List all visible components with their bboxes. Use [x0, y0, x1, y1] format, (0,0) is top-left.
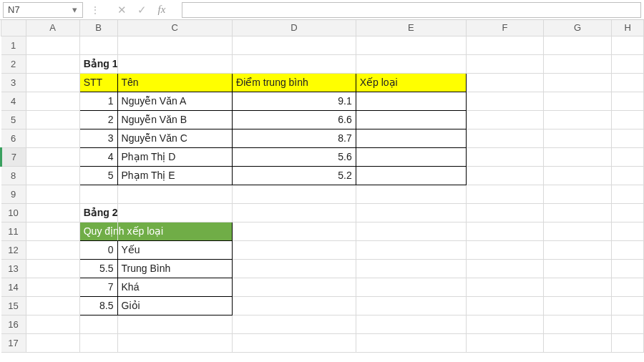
cell[interactable]: 8.5: [79, 296, 117, 315]
formula-bar: N7 ▾ ⋮ ✕ ✓ fx: [0, 0, 644, 20]
cell[interactable]: Nguyễn Văn C: [117, 129, 233, 147]
row-header[interactable]: 13: [1, 259, 26, 278]
grid-row: 11 Quy định xếp loại: [1, 222, 644, 240]
t1-ten: Phạm Thị D: [118, 150, 233, 164]
t1-xl: [356, 118, 466, 121]
t2-label: Giỏi: [118, 298, 233, 313]
row-header[interactable]: 12: [1, 240, 26, 259]
col-header[interactable]: F: [467, 20, 544, 36]
col-header[interactable]: C: [117, 20, 233, 36]
col-header[interactable]: E: [356, 20, 466, 36]
row-header[interactable]: 8: [1, 166, 26, 185]
row-header[interactable]: 6: [1, 129, 26, 147]
cell[interactable]: 5.5: [79, 259, 117, 278]
row-header[interactable]: 11: [1, 222, 26, 240]
accept-icon[interactable]: ✓: [132, 2, 152, 18]
t1-ten: Nguyễn Văn C: [118, 131, 233, 145]
t1-xl: [356, 99, 466, 102]
row-header[interactable]: 4: [1, 92, 26, 110]
formula-input[interactable]: [182, 2, 641, 18]
col-header[interactable]: B: [79, 20, 117, 36]
grid-row: 3 STT Tên Điểm trung bình Xếp loại: [1, 73, 644, 92]
t1-xl: [356, 137, 466, 140]
col-header[interactable]: D: [233, 20, 356, 36]
col-header[interactable]: H: [612, 20, 644, 36]
cell[interactable]: [356, 110, 466, 129]
grid-row: 5 2 Nguyễn Văn B 6.6: [1, 110, 644, 129]
cell[interactable]: 5.6: [233, 147, 356, 166]
grid-row: 1: [1, 36, 644, 54]
row-header[interactable]: 16: [1, 315, 26, 333]
fx-icon[interactable]: fx: [152, 2, 172, 18]
t1-dtb: 5.2: [233, 168, 356, 182]
cell[interactable]: [356, 166, 466, 185]
t1-stt: 2: [80, 112, 117, 127]
t2-val: 0: [80, 243, 117, 257]
grid-row: 6 3 Nguyễn Văn C 8.7: [1, 129, 644, 147]
row-header[interactable]: 3: [1, 73, 26, 92]
cell[interactable]: 6.6: [233, 110, 356, 129]
cell[interactable]: 9.1: [233, 92, 356, 110]
row-header[interactable]: 9: [1, 185, 26, 203]
t2-val: 8.5: [80, 298, 117, 313]
select-all-corner[interactable]: [1, 20, 26, 36]
t1-hdr-stt: STT: [80, 75, 117, 89]
row-header[interactable]: 14: [1, 278, 26, 296]
cell[interactable]: Điểm trung bình: [233, 73, 356, 92]
cell[interactable]: 7: [79, 278, 117, 296]
row-header[interactable]: 1: [1, 36, 26, 54]
cell[interactable]: Quy định xếp loại: [79, 222, 117, 240]
drag-handle-icon: ⋮: [87, 4, 103, 16]
cell[interactable]: Bảng 2: [79, 203, 117, 222]
cell[interactable]: Trung Bình: [117, 259, 233, 278]
cell[interactable]: Yếu: [117, 240, 233, 259]
t1-stt: 4: [80, 150, 117, 164]
name-box-value: N7: [8, 4, 20, 15]
row-header[interactable]: 15: [1, 296, 26, 315]
cell[interactable]: Phạm Thị E: [117, 166, 233, 185]
formula-button-group: ✕ ✓ fx: [112, 2, 172, 18]
cell[interactable]: Tên: [117, 73, 233, 92]
t1-stt: 3: [80, 131, 117, 145]
table1-title: Bảng 1: [80, 57, 117, 71]
cell[interactable]: Xếp loại: [356, 73, 466, 92]
cell[interactable]: [356, 92, 466, 110]
chevron-down-icon[interactable]: ▾: [69, 5, 79, 15]
cell[interactable]: Giỏi: [117, 296, 233, 315]
row-header[interactable]: 17: [1, 333, 26, 352]
row-header[interactable]: 7: [1, 147, 26, 166]
cell[interactable]: [356, 129, 466, 147]
cell[interactable]: 2: [79, 110, 117, 129]
cell[interactable]: Phạm Thị D: [117, 147, 233, 166]
cell[interactable]: 3: [79, 129, 117, 147]
spreadsheet-grid[interactable]: A B C D E F G H 1 2 Bảng 1 3 STT Tên Điể…: [0, 20, 644, 362]
row-header[interactable]: 5: [1, 110, 26, 129]
row-header[interactable]: 2: [1, 54, 26, 73]
cell[interactable]: 5.2: [233, 166, 356, 185]
t1-dtb: 9.1: [233, 94, 356, 108]
t2-label: Khá: [118, 280, 233, 294]
row-header[interactable]: 10: [1, 203, 26, 222]
grid-row: 16: [1, 315, 644, 333]
cell[interactable]: Bảng 1: [79, 54, 117, 73]
cell[interactable]: 5: [79, 166, 117, 185]
cell[interactable]: 1: [79, 92, 117, 110]
t1-ten: Nguyễn Văn A: [118, 94, 233, 108]
table2-title: Bảng 2: [80, 205, 117, 220]
cell[interactable]: 4: [79, 147, 117, 166]
cancel-icon[interactable]: ✕: [112, 2, 132, 18]
grid-row: 2 Bảng 1: [1, 54, 644, 73]
name-box[interactable]: N7 ▾: [3, 2, 83, 18]
table2-header: Quy định xếp loại: [80, 224, 117, 238]
cell[interactable]: Nguyễn Văn A: [117, 92, 233, 110]
cell[interactable]: 8.7: [233, 129, 356, 147]
col-header[interactable]: G: [543, 20, 611, 36]
cell[interactable]: [356, 147, 466, 166]
cell[interactable]: Khá: [117, 278, 233, 296]
cell[interactable]: 0: [79, 240, 117, 259]
cell[interactable]: Nguyễn Văn B: [117, 110, 233, 129]
grid-row: 14 7 Khá: [1, 278, 644, 296]
col-header[interactable]: A: [26, 20, 79, 36]
t1-hdr-xl: Xếp loại: [356, 75, 466, 89]
cell[interactable]: STT: [79, 73, 117, 92]
